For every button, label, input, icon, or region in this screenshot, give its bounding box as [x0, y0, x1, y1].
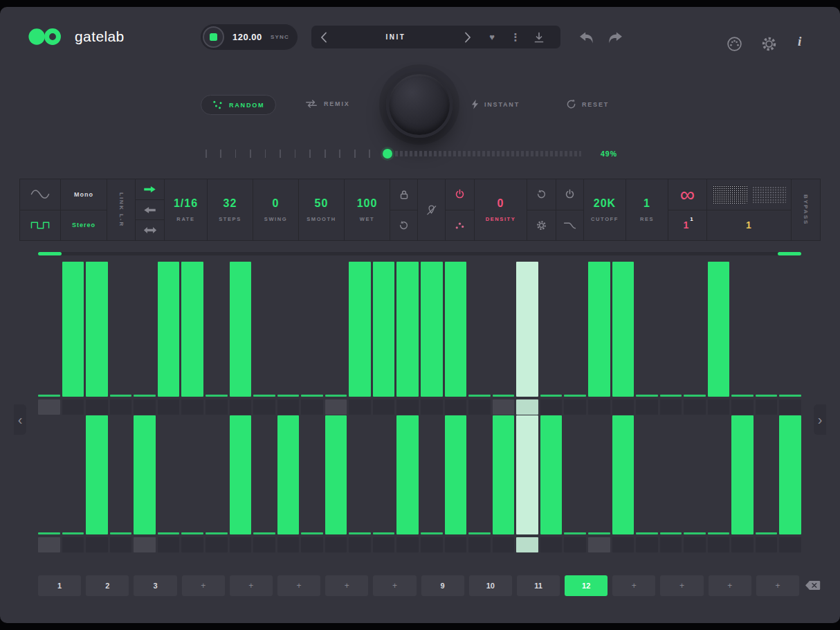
gate-bar[interactable] [277, 415, 300, 534]
step-32[interactable] [779, 262, 801, 397]
gate-bar[interactable] [230, 262, 252, 397]
pattern-slot-1[interactable]: 1 [38, 575, 81, 596]
bpm-display[interactable]: 120.00 [232, 32, 262, 42]
pattern-slot-10[interactable]: 10 [469, 575, 512, 596]
res-value[interactable]: 1 [643, 197, 650, 210]
step-26[interactable] [636, 415, 658, 534]
step-31[interactable] [756, 262, 778, 397]
gate-tick[interactable] [540, 395, 563, 397]
sync-toggle[interactable]: SYNC [271, 34, 289, 40]
length-block-1[interactable] [38, 399, 60, 415]
step-30[interactable] [731, 262, 754, 397]
step-4[interactable] [110, 262, 132, 397]
length-block-30[interactable] [731, 399, 754, 415]
gate-tick[interactable] [636, 532, 658, 534]
step-29[interactable] [708, 262, 730, 397]
gate-tick[interactable] [325, 395, 347, 397]
step-13[interactable] [325, 262, 347, 397]
lock-button[interactable] [390, 179, 417, 210]
gate-tick[interactable] [731, 395, 754, 397]
zoom-scrollbar[interactable] [38, 252, 801, 255]
gate-bar[interactable] [612, 415, 634, 534]
length-block-29[interactable] [708, 399, 730, 415]
generate-knob[interactable] [386, 71, 453, 138]
step-23[interactable] [564, 262, 586, 397]
length-block-7[interactable] [181, 399, 203, 415]
favorite-button[interactable]: ♥ [480, 26, 504, 48]
step-2[interactable] [62, 262, 84, 397]
filter-slope-button[interactable] [556, 210, 583, 241]
length-block-25[interactable] [612, 537, 634, 552]
length-block-1[interactable] [38, 537, 60, 552]
length-block-14[interactable] [349, 399, 371, 415]
length-block-10[interactable] [253, 399, 275, 415]
info-button[interactable]: i [798, 34, 801, 49]
step-22[interactable] [540, 415, 563, 534]
wet-value[interactable]: 100 [357, 197, 378, 210]
step-31[interactable] [756, 415, 778, 534]
length-block-16[interactable] [396, 537, 419, 552]
filter-settings-button[interactable] [527, 210, 556, 241]
mono-button[interactable]: Mono [61, 179, 107, 210]
step-24[interactable] [588, 415, 610, 534]
direction-forward-button[interactable] [136, 179, 164, 199]
length-block-9[interactable] [230, 537, 252, 552]
step-11[interactable] [277, 415, 300, 534]
rate-value[interactable]: 1/16 [174, 197, 198, 210]
bypass-toggle[interactable]: BYPASS [792, 179, 821, 240]
step-19[interactable] [468, 262, 491, 397]
page-prev-button[interactable]: ‹ [14, 404, 26, 435]
gate-bar[interactable] [349, 262, 371, 397]
length-block-28[interactable] [684, 537, 706, 552]
length-block-13[interactable] [325, 399, 347, 415]
gate-bar[interactable] [588, 262, 610, 397]
step-12[interactable] [301, 415, 323, 534]
steps-value[interactable]: 32 [223, 197, 237, 210]
pattern-slot-add[interactable]: + [182, 575, 225, 596]
length-block-15[interactable] [373, 537, 395, 552]
length-block-32[interactable] [779, 399, 801, 415]
gate-tick[interactable] [110, 395, 132, 397]
save-preset-button[interactable] [527, 26, 551, 48]
gate-bar[interactable] [62, 262, 84, 397]
dither-count[interactable]: 1 [707, 210, 791, 241]
gate-bar[interactable] [325, 415, 347, 534]
dither-texture-dense-icon[interactable] [713, 186, 747, 204]
step-32[interactable] [779, 415, 801, 534]
gate-tick[interactable] [588, 532, 610, 534]
gate-tick[interactable] [158, 532, 180, 534]
gate-bar[interactable] [86, 415, 108, 534]
link-lr-toggle[interactable]: LINK L-R [107, 179, 136, 240]
length-block-27[interactable] [660, 399, 682, 415]
gate-tick[interactable] [756, 532, 778, 534]
step-22[interactable] [540, 262, 563, 397]
gate-tick[interactable] [301, 532, 323, 534]
length-block-5[interactable] [134, 537, 156, 552]
swing-value[interactable]: 0 [273, 197, 280, 210]
length-block-15[interactable] [373, 399, 395, 415]
length-block-4[interactable] [110, 537, 132, 552]
pattern-slot-9[interactable]: 9 [421, 575, 464, 596]
gate-tick[interactable] [468, 395, 491, 397]
length-block-11[interactable] [277, 399, 300, 415]
gate-bar[interactable] [445, 262, 467, 397]
step-28[interactable] [684, 415, 706, 534]
pin-toggle[interactable] [418, 179, 446, 240]
infinity-count[interactable]: 11 [668, 210, 706, 241]
gate-tick[interactable] [756, 395, 778, 397]
step-20[interactable] [493, 262, 515, 397]
length-block-30[interactable] [731, 537, 754, 552]
midi-settings-button[interactable] [727, 36, 742, 52]
step-5[interactable] [134, 415, 156, 534]
pattern-slot-add[interactable]: + [756, 575, 799, 596]
length-block-2[interactable] [62, 537, 84, 552]
length-block-24[interactable] [588, 399, 610, 415]
length-block-8[interactable] [206, 399, 228, 415]
gate-tick[interactable] [206, 395, 228, 397]
step-6[interactable] [158, 262, 180, 397]
gate-tick[interactable] [301, 395, 323, 397]
length-block-17[interactable] [421, 537, 443, 552]
length-block-32[interactable] [779, 537, 801, 552]
generate-amount-slider[interactable] [204, 147, 581, 161]
gate-tick[interactable] [38, 532, 60, 534]
